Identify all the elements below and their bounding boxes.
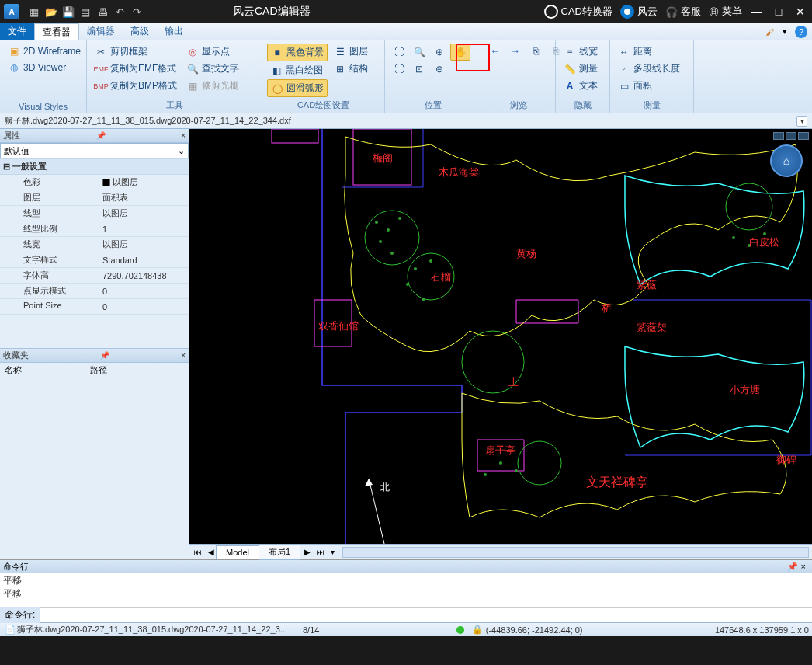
prop-row[interactable]: 色彩以图层: [0, 175, 189, 190]
prop-value[interactable]: 1: [99, 221, 189, 236]
prop-value[interactable]: 7290.702148438: [99, 268, 189, 283]
export-pdf-icon[interactable]: ▤: [79, 5, 92, 18]
panel-close-icon[interactable]: ×: [181, 131, 186, 140]
tab-advanced[interactable]: 高级: [123, 23, 157, 40]
cad-converter-button[interactable]: CAD转换器: [544, 5, 612, 19]
h-scrollbar[interactable]: [342, 547, 809, 558]
text-hide-button[interactable]: A文本: [560, 78, 601, 94]
tab-model[interactable]: Model: [216, 545, 259, 559]
smooth-arc-button[interactable]: ◯圆滑弧形: [267, 79, 328, 97]
prop-key: Point Size: [0, 299, 99, 314]
prop-value[interactable]: 以图层: [99, 206, 189, 221]
pin-icon[interactable]: 📌: [96, 131, 106, 140]
measure-hide-button[interactable]: 📏测量: [560, 61, 601, 77]
tab-dropdown-icon[interactable]: ▾: [329, 548, 336, 556]
distance-button[interactable]: ↔距离: [615, 44, 683, 60]
layers-button[interactable]: ☰图层: [331, 44, 371, 60]
tab-prev-icon[interactable]: ◀: [206, 548, 216, 556]
nav-copy-button[interactable]: ⎘: [547, 44, 565, 59]
prop-section[interactable]: ⊟ 一般设置: [0, 158, 189, 175]
open-icon[interactable]: 📂: [45, 5, 57, 18]
support-button[interactable]: 🎧客服: [665, 5, 701, 19]
tab-first-icon[interactable]: ⏮: [193, 548, 203, 556]
save-icon[interactable]: 💾: [62, 5, 75, 18]
wireframe-2d-button[interactable]: ▣2D Wireframe: [5, 44, 84, 59]
command-input[interactable]: [40, 608, 812, 622]
pin-icon[interactable]: 📌: [787, 562, 798, 572]
area-button[interactable]: ▭面积: [615, 78, 683, 94]
minimize-button[interactable]: —: [750, 5, 764, 19]
zoom-all-button[interactable]: ⛶: [390, 61, 408, 77]
canvas-max-icon[interactable]: [786, 132, 796, 140]
prop-row[interactable]: 文字样式Standard: [0, 252, 189, 268]
prop-row[interactable]: Point Size0: [0, 299, 189, 315]
prop-row[interactable]: 点显示模式0: [0, 284, 189, 299]
status-page: 8/14: [303, 625, 319, 635]
prop-value[interactable]: Standard: [99, 252, 189, 267]
undo-icon[interactable]: ↶: [113, 5, 126, 18]
pin-icon[interactable]: 📌: [100, 351, 109, 360]
prop-value[interactable]: 0: [99, 284, 189, 298]
prop-row[interactable]: 图层面积表: [0, 190, 189, 206]
prop-value[interactable]: 0: [99, 299, 189, 314]
polyline-len-button[interactable]: ⟋多段线长度: [615, 61, 683, 77]
trim-raster-button[interactable]: ▦修剪光栅: [183, 78, 242, 94]
group-tools: 工具: [92, 98, 257, 111]
maximize-button[interactable]: □: [772, 5, 786, 19]
tab-file[interactable]: 文件: [0, 23, 34, 40]
menu-button[interactable]: ㊐菜单: [709, 5, 742, 19]
default-combo[interactable]: 默认值⌄: [0, 143, 189, 158]
viewer-3d-button[interactable]: ◍3D Viewer: [5, 60, 84, 75]
tab-next-icon[interactable]: ▶: [303, 548, 312, 556]
canvas-min-icon[interactable]: [773, 132, 784, 140]
ribbon: ▣2D Wireframe ◍3D Viewer Visual Styles ✂…: [0, 40, 812, 113]
tab-last-icon[interactable]: ⏭: [315, 548, 326, 556]
line-width-button[interactable]: ≡线宽: [560, 44, 601, 60]
print-icon[interactable]: 🖶: [96, 5, 109, 18]
black-bg-button[interactable]: ■黑色背景: [267, 44, 328, 61]
document-tab[interactable]: 狮子林.dwg2020-07-27_11_11_38_015.dwg2020-0…: [5, 115, 291, 127]
close-doc-button[interactable]: ▾: [796, 116, 807, 127]
structure-button[interactable]: ⊞结构: [331, 61, 371, 77]
tab-editor[interactable]: 编辑器: [79, 23, 123, 40]
tab-viewer[interactable]: 查看器: [34, 23, 79, 40]
prop-row[interactable]: 线宽以图层: [0, 237, 189, 252]
pan-button[interactable]: ✋: [450, 44, 470, 61]
zoom-in-button[interactable]: ⊕: [430, 44, 449, 61]
nav-export-button[interactable]: ⎘: [526, 44, 545, 59]
tab-layout1[interactable]: 布局1: [259, 544, 300, 560]
new-file-icon[interactable]: ▦: [28, 5, 40, 18]
prop-row[interactable]: 线型比例1: [0, 221, 189, 237]
close-button[interactable]: ✕: [793, 5, 807, 19]
zoom-extents-button[interactable]: 🔍: [410, 44, 429, 61]
view-cube-icon[interactable]: ⌂: [770, 144, 803, 177]
nav-fwd-button[interactable]: →: [506, 44, 525, 59]
bw-draw-button[interactable]: ◧黑白绘图: [267, 62, 328, 78]
prop-value[interactable]: 以图层: [99, 175, 189, 190]
drawing-canvas[interactable]: ⌂: [189, 129, 812, 544]
cube-wire-icon: ▣: [8, 45, 20, 57]
prop-row[interactable]: 字体高7290.702148438: [0, 268, 189, 284]
help-icon[interactable]: ?: [795, 26, 807, 38]
find-text-button[interactable]: 🔍查找文字: [183, 61, 242, 77]
prop-row[interactable]: 线型以图层: [0, 206, 189, 221]
nav-back-button[interactable]: ←: [486, 44, 505, 59]
dropdown-icon[interactable]: ▾: [779, 26, 790, 37]
show-point-button[interactable]: ◎显示点: [183, 44, 242, 60]
panel-close-icon[interactable]: ×: [798, 562, 809, 571]
svg-text:文天祥碑亭: 文天祥碑亭: [586, 475, 648, 489]
redo-icon[interactable]: ↷: [130, 5, 143, 18]
copy-bmp-button[interactable]: BMP复制为BMP格式: [92, 78, 180, 94]
zoom-window-button[interactable]: ⛶: [390, 44, 408, 61]
prop-value[interactable]: 以图层: [99, 237, 189, 252]
zoom-out-button[interactable]: ⊖: [430, 61, 449, 77]
zoom-sel-button[interactable]: ⊡: [410, 61, 429, 77]
copy-emf-button[interactable]: EMF复制为EMF格式: [92, 61, 180, 77]
canvas-close-icon[interactable]: [798, 132, 809, 140]
clip-frame-button[interactable]: ✂剪切框架: [92, 44, 180, 60]
paintbrush-icon[interactable]: 🖌: [764, 26, 775, 37]
panel-close-icon[interactable]: ×: [181, 351, 186, 360]
prop-value[interactable]: 面积表: [99, 190, 189, 205]
brand-button[interactable]: 风云: [620, 5, 658, 19]
tab-output[interactable]: 输出: [157, 23, 191, 40]
